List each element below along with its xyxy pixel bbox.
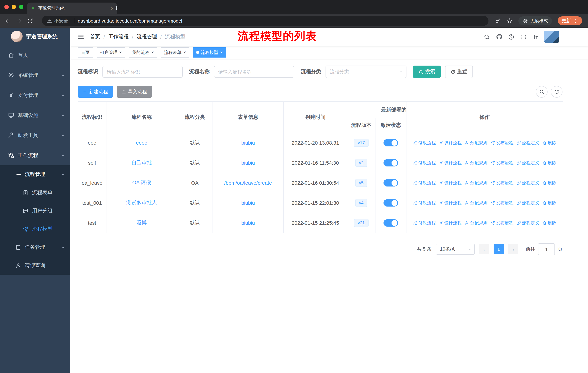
prev-page-button[interactable]: ‹	[479, 244, 489, 254]
sidebar-item-leave-query[interactable]: 请假查询	[0, 256, 70, 275]
process-name-input[interactable]	[214, 66, 294, 78]
design-process-action[interactable]: 设计流程	[439, 140, 462, 146]
forward-button[interactable]	[16, 18, 22, 24]
back-button[interactable]	[4, 18, 10, 24]
active-toggle[interactable]	[383, 139, 398, 146]
design-process-action[interactable]: 设计流程	[439, 180, 462, 186]
publish-process-action[interactable]: 发布流程	[491, 220, 514, 226]
tab-my-process[interactable]: 我的流程 ×	[129, 47, 157, 58]
sidebar-item-home[interactable]: 首页	[0, 45, 70, 65]
font-size-icon[interactable]	[532, 33, 538, 40]
page-size-select[interactable]: 10条/页	[436, 244, 475, 255]
delete-action[interactable]: 删除	[542, 220, 556, 226]
github-icon[interactable]	[496, 33, 502, 40]
form-info-link[interactable]: biubiu	[241, 140, 255, 146]
sidebar-item-infra[interactable]: 基础设施	[0, 105, 70, 125]
sidebar-item-process-management[interactable]: 流程管理	[0, 165, 70, 184]
browser-menu-icon[interactable]: ⋮	[573, 18, 578, 24]
close-icon[interactable]: ×	[119, 50, 122, 55]
import-process-button[interactable]: 导入流程	[117, 86, 152, 98]
security-label[interactable]: 不安全	[54, 18, 68, 24]
breadcrumb-item[interactable]: 首页	[90, 33, 100, 40]
minimize-window-button[interactable]	[12, 5, 16, 9]
toggle-search-button[interactable]	[536, 86, 547, 98]
reset-button[interactable]: 重置	[445, 66, 473, 78]
delete-action[interactable]: 删除	[542, 140, 556, 146]
publish-process-action[interactable]: 发布流程	[491, 180, 514, 186]
process-definition-action[interactable]: 流程定义	[516, 220, 539, 226]
sidebar-item-workflow[interactable]: 工作流程	[0, 145, 70, 165]
design-process-action[interactable]: 设计流程	[439, 160, 462, 166]
help-icon[interactable]	[508, 33, 514, 40]
delete-action[interactable]: 删除	[542, 160, 556, 166]
process-name-link[interactable]: 滔博	[136, 220, 147, 225]
modify-process-action[interactable]: 修改流程	[413, 200, 436, 206]
sidebar-item-user-group[interactable]: 用户分组	[0, 202, 70, 220]
reload-button[interactable]	[27, 18, 33, 24]
process-name-link[interactable]: 测试多审批人	[126, 200, 157, 205]
form-info-link[interactable]: biubiu	[241, 220, 255, 226]
user-avatar[interactable]	[544, 30, 559, 43]
goto-page-input[interactable]	[538, 243, 555, 255]
tab-close-icon[interactable]: ×	[111, 6, 114, 11]
design-process-action[interactable]: 设计流程	[439, 220, 462, 226]
password-key-icon[interactable]	[495, 18, 501, 24]
process-name-link[interactable]: OA 请假	[132, 180, 151, 185]
publish-process-action[interactable]: 发布流程	[491, 160, 514, 166]
tab-tenant-management[interactable]: 租户管理 ×	[97, 47, 125, 58]
zoom-window-button[interactable]	[19, 5, 23, 9]
process-id-input[interactable]	[102, 66, 183, 78]
active-toggle[interactable]	[383, 159, 398, 166]
form-info-link[interactable]: biubiu	[241, 200, 255, 206]
browser-tab[interactable]: 芋道管理系统 ×	[27, 2, 117, 14]
design-process-action[interactable]: 设计流程	[439, 200, 462, 206]
process-category-select[interactable]: 流程分类	[326, 66, 407, 78]
modify-process-action[interactable]: 修改流程	[413, 160, 436, 166]
app-logo[interactable]: 芋道管理系统	[0, 28, 70, 45]
fullscreen-icon[interactable]	[520, 33, 526, 40]
active-toggle[interactable]	[383, 179, 398, 186]
update-chip[interactable]: 更新 ⋮	[558, 16, 582, 25]
active-toggle[interactable]	[383, 199, 398, 207]
process-definition-action[interactable]: 流程定义	[516, 140, 539, 146]
bookmark-star-icon[interactable]	[507, 18, 513, 24]
form-info-link[interactable]: biubiu	[241, 160, 255, 166]
page-1-button[interactable]: 1	[494, 244, 504, 254]
modify-process-action[interactable]: 修改流程	[413, 180, 436, 186]
process-definition-action[interactable]: 流程定义	[516, 160, 539, 166]
breadcrumb-item[interactable]: 流程管理	[137, 33, 157, 40]
delete-action[interactable]: 删除	[542, 180, 556, 186]
sidebar-item-pay[interactable]: 支付管理	[0, 85, 70, 105]
next-page-button[interactable]: ›	[508, 244, 518, 254]
close-window-button[interactable]	[4, 5, 9, 9]
new-tab-button[interactable]: +	[115, 3, 118, 13]
sidebar-item-task-management[interactable]: 任务管理	[0, 238, 70, 256]
modify-process-action[interactable]: 修改流程	[413, 220, 436, 226]
breadcrumb-item[interactable]: 工作流程	[108, 33, 129, 40]
delete-action[interactable]: 删除	[542, 200, 556, 206]
assign-rule-action[interactable]: 分配规则	[465, 140, 488, 146]
sidebar-item-process-form[interactable]: 流程表单	[0, 184, 70, 202]
active-toggle[interactable]	[383, 219, 398, 227]
sidebar-item-system[interactable]: 系统管理	[0, 65, 70, 85]
refresh-table-button[interactable]	[551, 86, 562, 98]
publish-process-action[interactable]: 发布流程	[491, 140, 514, 146]
publish-process-action[interactable]: 发布流程	[491, 200, 514, 206]
assign-rule-action[interactable]: 分配规则	[465, 200, 488, 206]
process-definition-action[interactable]: 流程定义	[516, 180, 539, 186]
sidebar-item-process-model[interactable]: 流程模型	[0, 220, 70, 238]
url-text[interactable]: dashboard.yudao.iocoder.cn/bpm/manager/m…	[78, 18, 182, 23]
close-icon[interactable]: ×	[183, 50, 186, 55]
modify-process-action[interactable]: 修改流程	[413, 140, 436, 146]
process-name-link[interactable]: eeee	[136, 140, 147, 146]
close-icon[interactable]: ×	[220, 50, 223, 55]
search-button[interactable]: 搜索	[413, 66, 441, 78]
process-name-link[interactable]: 自己审批	[131, 160, 152, 165]
form-info-link[interactable]: /bpm/oa/leave/create	[224, 180, 272, 186]
assign-rule-action[interactable]: 分配规则	[465, 160, 488, 166]
hamburger-icon[interactable]	[78, 33, 84, 40]
tab-process-form[interactable]: 流程表单 ×	[161, 47, 189, 58]
address-bar[interactable]: 不安全 dashboard.yudao.iocoder.cn/bpm/manag…	[42, 16, 488, 26]
assign-rule-action[interactable]: 分配规则	[465, 180, 488, 186]
process-definition-action[interactable]: 流程定义	[516, 200, 539, 206]
